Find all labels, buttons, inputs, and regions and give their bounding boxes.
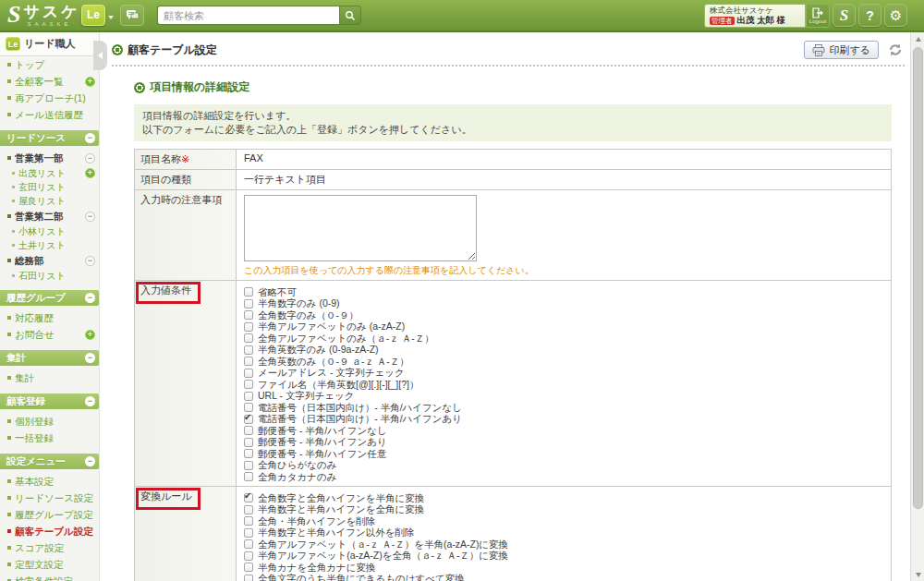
sidebar-item-template-settings[interactable]: 定型文設定 — [0, 556, 99, 573]
sidebar-item-general-affairs[interactable]: 総務部 − — [0, 252, 99, 269]
sidebar-item-individual-register[interactable]: 個別登録 — [0, 413, 99, 430]
checkbox-row[interactable]: 電話番号（日本国内向け）- 半角/ハイフンあり — [244, 414, 883, 424]
search-button[interactable] — [339, 6, 361, 25]
sidebar-item-basic-settings[interactable]: 基本設定 — [0, 473, 99, 490]
scroll-up-button[interactable] — [911, 32, 924, 45]
checkbox-icon[interactable] — [244, 380, 253, 389]
sidebar-item-genda-list[interactable]: 玄田リスト — [0, 180, 99, 194]
sidebar-item-inquiry[interactable]: お問合せ + — [0, 326, 99, 343]
input-note-textarea[interactable] — [244, 195, 477, 261]
checkbox-icon[interactable] — [244, 493, 253, 502]
saaske-home-button[interactable]: S — [833, 4, 856, 27]
checkbox-row[interactable]: 半角数字と半角ハイフン以外を削除 — [244, 527, 883, 538]
checkbox-row[interactable]: 全角・半角ハイフンを削除 — [244, 516, 883, 527]
checkbox-row[interactable]: 電話番号（日本国内向け）- 半角/ハイフンなし — [244, 403, 883, 413]
saaske-logo[interactable]: S サスケ SAASKE — [7, 3, 80, 27]
collapse-minus-icon[interactable]: − — [85, 133, 95, 143]
customer-search-input[interactable] — [157, 6, 339, 25]
chevron-down-icon[interactable] — [108, 16, 114, 19]
checkbox-row[interactable]: 全角カタカナのみ — [244, 472, 883, 482]
checkbox-row[interactable]: URL - 文字列チェック — [244, 391, 883, 401]
checkbox-icon[interactable] — [244, 505, 253, 514]
sidebar-item-yara-list[interactable]: 屋良リスト — [0, 194, 99, 208]
checkbox-icon[interactable] — [244, 438, 253, 447]
sidebar-section-leadsource[interactable]: リードソース − — [0, 130, 99, 146]
sidebar-item-demo-list[interactable]: 出茂リスト + — [0, 166, 99, 180]
checkbox-icon[interactable] — [244, 461, 253, 470]
checkbox-icon[interactable] — [244, 415, 253, 424]
print-button[interactable]: 印刷する — [804, 41, 879, 59]
collapse-minus-icon[interactable]: − — [85, 396, 95, 406]
checkbox-icon[interactable] — [244, 322, 253, 332]
expand-plus-icon[interactable]: + — [85, 330, 95, 340]
sidebar-item-sales-dept2[interactable]: 営業第二部 − — [0, 208, 99, 224]
sidebar-item-customer-table-settings[interactable]: 顧客テーブル設定 — [0, 523, 99, 539]
collapse-minus-icon[interactable]: − — [85, 456, 95, 466]
sidebar-section-history-group[interactable]: 履歴グループ − — [0, 290, 99, 306]
sidebar-item-reapproach[interactable]: 再アプローチ(1) — [0, 90, 99, 106]
sidebar-section-customer-register[interactable]: 顧客登録 − — [0, 393, 99, 409]
sidebar-item-response-history[interactable]: 対応履歴 — [0, 309, 99, 326]
checkbox-icon[interactable] — [244, 357, 253, 366]
checkbox-row[interactable]: 全角文字のうち半角にできるものはすべて変換 — [244, 574, 883, 581]
checkbox-icon[interactable] — [244, 563, 253, 572]
checkbox-icon[interactable] — [244, 551, 253, 561]
checkbox-icon[interactable] — [244, 392, 253, 401]
checkbox-row[interactable]: ファイル名（半角英数[@][.][-][_][?]） — [244, 380, 883, 390]
sidebar-item-historygroup-settings[interactable]: 履歴グループ設定 — [0, 506, 99, 523]
checkbox-row[interactable]: 全角アルファベットのみ（ａ-ｚ Ａ-Ｚ） — [244, 333, 883, 344]
checkbox-row[interactable]: 全角ひらがなのみ — [244, 460, 883, 470]
checkbox-row[interactable]: 全角数字と全角ハイフンを半角に変換 — [244, 493, 883, 503]
checkbox-icon[interactable] — [244, 539, 253, 549]
collapse-minus-icon[interactable]: − — [85, 212, 95, 222]
checkbox-icon[interactable] — [244, 426, 253, 435]
scroll-down-button[interactable] — [911, 568, 924, 581]
checkbox-row[interactable]: 全角アルファベット（ａ-ｚ Ａ-Ｚ）を半角(a-zA-Z)に変換 — [244, 539, 883, 550]
sidebar-item-mail-history[interactable]: メール送信履歴 — [0, 106, 99, 123]
checkbox-row[interactable]: 全角数字のみ（０-９） — [244, 310, 883, 321]
checkbox-icon[interactable] — [244, 310, 253, 320]
le-product-badge[interactable]: Le — [81, 5, 105, 26]
sidebar-item-kobayashi-list[interactable]: 小林リスト — [0, 224, 99, 238]
logout-button[interactable]: Logout — [806, 4, 830, 28]
checkbox-row[interactable]: 半角アルファベットのみ (a-zA-Z) — [244, 321, 883, 332]
checkbox-icon[interactable] — [244, 299, 253, 309]
checkbox-icon[interactable] — [244, 403, 253, 412]
sidebar-item-leadsource-settings[interactable]: リードソース設定 — [0, 490, 99, 506]
checkbox-row[interactable]: 郵便番号 - 半角/ハイフンなし — [244, 426, 883, 436]
checkbox-icon[interactable] — [244, 575, 253, 581]
checkbox-row[interactable]: 省略不可 — [244, 287, 883, 297]
checkbox-row[interactable]: 半角カナを全角カナに変換 — [244, 563, 883, 573]
sidebar-item-doi-list[interactable]: 土井リスト — [0, 238, 99, 252]
sidebar-item-all-customers[interactable]: 全顧客一覧 + — [0, 73, 99, 90]
chat-button[interactable] — [120, 5, 144, 26]
checkbox-icon[interactable] — [244, 516, 253, 526]
sidebar-section-aggregate[interactable]: 集計 − — [0, 350, 99, 366]
checkbox-icon[interactable] — [244, 528, 253, 538]
checkbox-icon[interactable] — [244, 287, 253, 297]
checkbox-icon[interactable] — [244, 345, 253, 355]
vertical-scrollbar[interactable] — [910, 32, 924, 581]
checkbox-row[interactable]: 半角英数字のみ (0-9a-zA-Z) — [244, 345, 883, 355]
checkbox-icon[interactable] — [244, 472, 253, 481]
sidebar-item-top[interactable]: トップ — [0, 56, 99, 73]
settings-gear-button[interactable]: ⚙ — [884, 4, 907, 27]
checkbox-icon[interactable] — [244, 333, 253, 343]
scrollbar-thumb[interactable] — [913, 47, 923, 509]
sidebar-product-header[interactable]: Le リード職人 — [0, 32, 99, 56]
sidebar-section-settings-menu[interactable]: 設定メニュー − — [0, 454, 99, 469]
expand-plus-icon[interactable]: + — [85, 168, 95, 178]
checkbox-row[interactable]: 半角数字のみ (0-9) — [244, 298, 883, 309]
sidebar-item-ishida-list[interactable]: 石田リスト — [0, 269, 99, 283]
checkbox-row[interactable]: 半角数字と半角ハイフンを全角に変換 — [244, 504, 883, 514]
collapse-minus-icon[interactable]: − — [85, 256, 95, 266]
sidebar-collapse-handle[interactable] — [93, 41, 107, 70]
checkbox-row[interactable]: 郵便番号 - 半角/ハイフン任意 — [244, 449, 883, 459]
sidebar-item-bulk-register[interactable]: 一括登録 — [0, 430, 99, 446]
help-button[interactable]: ? — [858, 4, 881, 27]
sidebar-item-search-condition-settings[interactable]: 検索条件設定 — [0, 573, 99, 581]
refresh-button[interactable] — [886, 42, 905, 58]
checkbox-row[interactable]: 半角アルファベット(a-zA-Z)を全角（ａ-ｚ Ａ-Ｚ）に変換 — [244, 551, 883, 561]
collapse-minus-icon[interactable]: − — [85, 293, 95, 303]
checkbox-icon[interactable] — [244, 449, 253, 458]
